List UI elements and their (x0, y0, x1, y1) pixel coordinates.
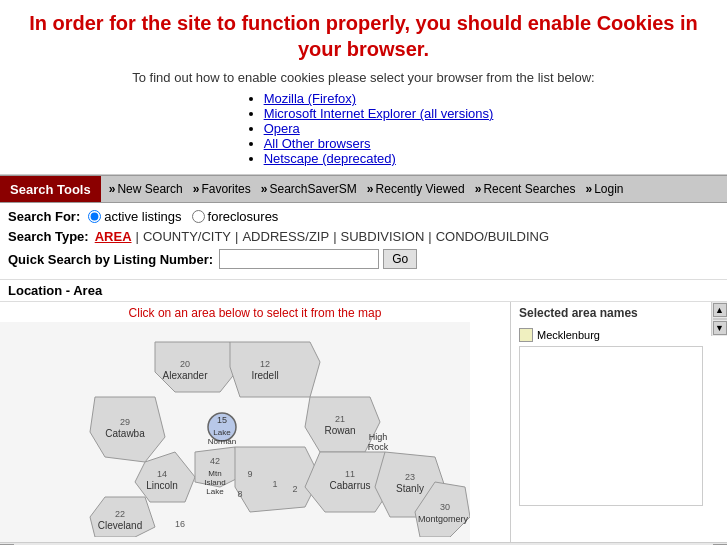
listing-row: Quick Search by Listing Number: Go (8, 249, 719, 269)
list-item: Opera (264, 121, 494, 136)
search-type-area[interactable]: AREA (95, 229, 132, 244)
svg-text:Alexander: Alexander (162, 370, 208, 381)
cookie-warning-heading: In order for the site to function proper… (20, 10, 707, 62)
svg-text:16: 16 (175, 519, 185, 529)
svg-text:Island: Island (204, 478, 225, 487)
listing-label: Quick Search by Listing Number: (8, 252, 213, 267)
svg-text:2: 2 (292, 484, 297, 494)
svg-text:11: 11 (345, 469, 355, 479)
svg-text:Rock: Rock (368, 442, 389, 452)
mecklenburg-legend: Mecklenburg (519, 328, 703, 342)
svg-text:1: 1 (272, 479, 277, 489)
ie-link[interactable]: Microsoft Internet Explorer (all version… (264, 106, 494, 121)
netscape-link[interactable]: Netscape (deprecated) (264, 151, 396, 166)
search-type-county: COUNTY/CITY (143, 229, 231, 244)
svg-text:9: 9 (247, 469, 252, 479)
svg-text:20: 20 (180, 359, 190, 369)
cookie-warning-section: In order for the site to function proper… (0, 0, 727, 175)
svg-text:29: 29 (120, 417, 130, 427)
svg-text:23: 23 (405, 472, 415, 482)
scroll-up-icon: ▲ (715, 305, 724, 315)
location-content: Click on an area below to select it from… (0, 302, 727, 542)
search-for-row: Search For: active listings foreclosures (8, 209, 719, 224)
nav-link-recently-viewed[interactable]: Recently Viewed (363, 182, 469, 196)
legend-box (519, 328, 533, 342)
list-item: Microsoft Internet Explorer (all version… (264, 106, 494, 121)
map-container[interactable]: 20 Alexander 12 Iredell 29 Catawba 15 La… (0, 322, 470, 542)
svg-text:Lake: Lake (213, 428, 231, 437)
svg-text:22: 22 (115, 509, 125, 519)
svg-text:Montgomery: Montgomery (418, 514, 469, 524)
listing-number-input[interactable] (219, 249, 379, 269)
map-instruction: Click on an area below to select it from… (0, 302, 510, 322)
list-item: All Other browsers (264, 136, 494, 151)
nav-link-login[interactable]: Login (581, 182, 627, 196)
svg-text:Iredell: Iredell (251, 370, 278, 381)
nav-links: New Search Favorites SearchSaverSM Recen… (101, 176, 727, 202)
svg-text:12: 12 (260, 359, 270, 369)
right-scrollbar: ▲ ▼ (711, 302, 727, 336)
scroll-track[interactable] (713, 318, 727, 320)
list-item: Netscape (deprecated) (264, 151, 494, 166)
list-item: Mozilla (Firefox) (264, 91, 494, 106)
svg-text:8: 8 (237, 489, 242, 499)
search-type-label: Search Type: (8, 229, 89, 244)
svg-text:14: 14 (157, 469, 167, 479)
active-listings-radio[interactable]: active listings (88, 209, 181, 224)
search-type-address: ADDRESS/ZIP (242, 229, 329, 244)
search-type-row: Search Type: AREA | COUNTY/CITY | ADDRES… (8, 229, 719, 244)
svg-text:Catawba: Catawba (105, 428, 145, 439)
svg-text:Cleveland: Cleveland (98, 520, 142, 531)
opera-link[interactable]: Opera (264, 121, 300, 136)
svg-text:Norman: Norman (208, 437, 236, 446)
svg-text:Mtn: Mtn (208, 469, 221, 478)
svg-text:Cabarrus: Cabarrus (329, 480, 370, 491)
search-type-links: AREA | COUNTY/CITY | ADDRESS/ZIP | SUBDI… (95, 229, 549, 244)
nav-link-new-search[interactable]: New Search (105, 182, 187, 196)
svg-text:Stanly: Stanly (396, 483, 424, 494)
county-map[interactable]: 20 Alexander 12 Iredell 29 Catawba 15 La… (0, 322, 470, 537)
search-tools-label: Search Tools (0, 176, 101, 202)
map-section: Click on an area below to select it from… (0, 302, 511, 542)
svg-text:High: High (369, 432, 388, 442)
svg-text:30: 30 (440, 502, 450, 512)
foreclosures-radio[interactable]: foreclosures (192, 209, 279, 224)
firefox-link[interactable]: Mozilla (Firefox) (264, 91, 356, 106)
active-listings-input[interactable] (88, 210, 101, 223)
svg-text:Lake: Lake (206, 487, 224, 496)
svg-text:Rowan: Rowan (324, 425, 355, 436)
search-for-label: Search For: (8, 209, 80, 224)
selected-section: Selected area names Mecklenburg (511, 302, 711, 510)
browser-list: Mozilla (Firefox) Microsoft Internet Exp… (234, 91, 494, 166)
svg-text:15: 15 (217, 415, 227, 425)
foreclosures-input[interactable] (192, 210, 205, 223)
location-header: Location - Area (0, 280, 727, 302)
nav-link-searchsaver[interactable]: SearchSaverSM (257, 182, 361, 196)
right-panel: Selected area names Mecklenburg (511, 302, 711, 510)
selected-list (519, 346, 703, 506)
svg-text:21: 21 (335, 414, 345, 424)
radio-group: active listings foreclosures (88, 209, 278, 224)
search-type-condo: CONDO/BUILDING (436, 229, 549, 244)
go-button[interactable]: Go (383, 249, 417, 269)
other-browsers-link[interactable]: All Other browsers (264, 136, 371, 151)
nav-link-recent-searches[interactable]: Recent Searches (471, 182, 580, 196)
scroll-down-button[interactable]: ▼ (713, 321, 727, 335)
scroll-up-button[interactable]: ▲ (713, 303, 727, 317)
mecklenburg-label: Mecklenburg (537, 329, 600, 341)
search-area: Search For: active listings foreclosures… (0, 203, 727, 280)
county-alexander[interactable] (155, 342, 240, 392)
selected-header: Selected area names (519, 306, 703, 324)
nav-bar: Search Tools New Search Favorites Search… (0, 175, 727, 203)
search-type-subdivision: SUBDIVISION (341, 229, 425, 244)
cookie-warning-subtext: To find out how to enable cookies please… (20, 70, 707, 85)
svg-text:Lincoln: Lincoln (146, 480, 178, 491)
nav-link-favorites[interactable]: Favorites (189, 182, 255, 196)
scroll-down-icon: ▼ (715, 323, 724, 333)
svg-text:42: 42 (210, 456, 220, 466)
